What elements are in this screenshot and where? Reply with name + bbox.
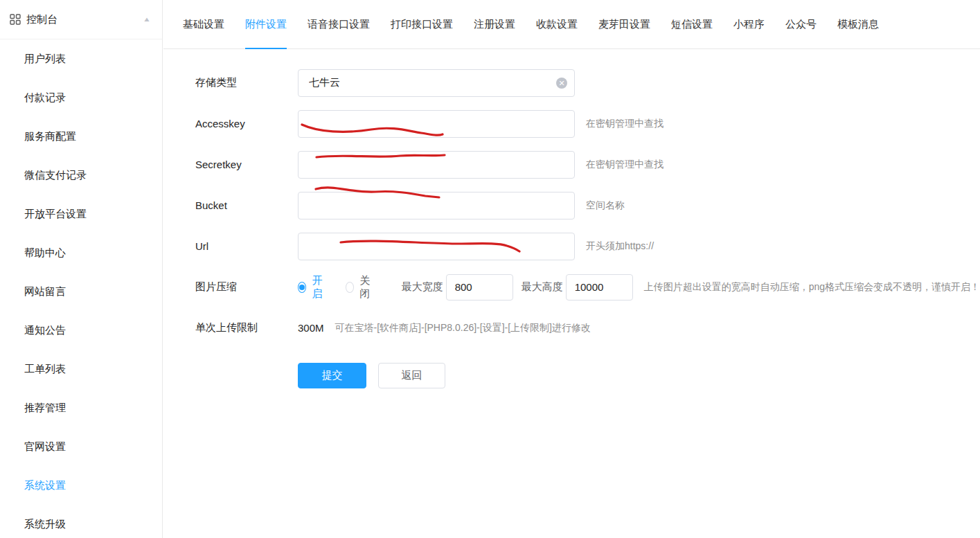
tab-official-account[interactable]: 公众号 (785, 0, 817, 49)
url-hint: 开头须加https:// (586, 240, 654, 253)
url-label: Url (195, 240, 298, 252)
accesskey-row: Accesskey 在密钥管理中查找 (163, 103, 980, 144)
sidebar-menu: 用户列表 付款记录 服务商配置 微信支付记录 开放平台设置 帮助中心 网站留言 … (0, 39, 162, 538)
radio-off-icon (346, 282, 354, 293)
tab-print-api-settings[interactable]: 打印接口设置 (391, 0, 453, 49)
tab-voice-api-settings[interactable]: 语音接口设置 (308, 0, 370, 49)
settings-tabs: 基础设置 附件设置 语音接口设置 打印接口设置 注册设置 收款设置 麦芽田设置 … (163, 0, 980, 49)
submit-button[interactable]: 提交 (298, 363, 366, 388)
tab-payment-settings[interactable]: 收款设置 (536, 0, 578, 49)
max-height-input[interactable] (566, 274, 633, 301)
sidebar-item-open-platform[interactable]: 开放平台设置 (0, 195, 162, 233)
url-input[interactable] (298, 233, 575, 260)
compress-off-radio[interactable]: 关闭 (346, 274, 375, 301)
secretkey-row: Secretkey 在密钥管理中查找 (163, 144, 980, 185)
accesskey-label: Accesskey (195, 118, 298, 129)
upload-limit-value: 300M (298, 322, 324, 334)
attachment-settings-form: 存储类型 ✕ Accesskey 在密钥管理中查找 Secretkey 在密钥管… (163, 49, 980, 396)
max-height-label: 最大高度 (522, 280, 563, 294)
back-button[interactable]: 返回 (378, 363, 445, 388)
storage-type-input[interactable] (298, 69, 575, 97)
radio-on-icon (298, 282, 306, 293)
compress-on-radio[interactable]: 开启 (298, 274, 328, 301)
compress-radio-group: 开启 关闭 (298, 274, 393, 301)
tab-mini-program[interactable]: 小程序 (733, 0, 765, 49)
image-compress-row: 图片压缩 开启 关闭 最大宽度 最大高度 上传图片超出设置的宽高时自动压缩，pn… (163, 267, 980, 307)
storage-type-row: 存储类型 ✕ (163, 62, 980, 103)
sidebar-item-official-site[interactable]: 官网设置 (0, 427, 162, 466)
sidebar-header[interactable]: 控制台 ▲ (0, 0, 162, 39)
sidebar-item-user-list[interactable]: 用户列表 (0, 39, 162, 78)
tab-register-settings[interactable]: 注册设置 (474, 0, 515, 49)
console-title: 控制台 (26, 13, 143, 26)
compress-hint: 上传图片超出设置的宽高时自动压缩，png格式压缩会变成不透明，谨慎开启！ (644, 281, 980, 294)
sidebar-item-help-center[interactable]: 帮助中心 (0, 233, 162, 272)
sidebar-item-system-upgrade[interactable]: 系统升级 (0, 505, 162, 538)
sidebar-item-referral[interactable]: 推荐管理 (0, 388, 162, 427)
upload-limit-hint: 可在宝塔-[软件商店]-[PHP8.0.26]-[设置]-[上传限制]进行修改 (335, 322, 591, 334)
main-content: 基础设置 附件设置 语音接口设置 打印接口设置 注册设置 收款设置 麦芽田设置 … (163, 0, 980, 538)
image-compress-label: 图片压缩 (195, 280, 298, 294)
storage-type-label: 存储类型 (195, 76, 298, 89)
sidebar-item-wechat-pay-records[interactable]: 微信支付记录 (0, 156, 162, 195)
bucket-input[interactable] (298, 192, 575, 219)
sidebar: 控制台 ▲ 用户列表 付款记录 服务商配置 微信支付记录 开放平台设置 帮助中心… (0, 0, 163, 538)
secretkey-input[interactable] (298, 151, 575, 179)
tab-basic-settings[interactable]: 基础设置 (183, 0, 224, 49)
sidebar-item-payment-records[interactable]: 付款记录 (0, 78, 162, 117)
url-row: Url 开头须加https:// (163, 226, 980, 267)
bucket-row: Bucket 空间名称 (163, 185, 980, 226)
secretkey-hint: 在密钥管理中查找 (586, 159, 663, 171)
sidebar-item-provider-config[interactable]: 服务商配置 (0, 117, 162, 156)
max-width-input[interactable] (446, 274, 513, 301)
tab-maiyatian-settings[interactable]: 麦芽田设置 (598, 0, 650, 49)
upload-limit-label: 单次上传限制 (195, 321, 298, 334)
dashboard-grid-icon (10, 14, 21, 25)
bucket-label: Bucket (195, 199, 298, 211)
upload-limit-row: 单次上传限制 300M 可在宝塔-[软件商店]-[PHP8.0.26]-[设置]… (163, 307, 980, 348)
secretkey-label: Secretkey (195, 159, 298, 170)
clear-icon[interactable]: ✕ (556, 78, 567, 89)
accesskey-hint: 在密钥管理中查找 (586, 118, 663, 130)
collapse-chevron-icon[interactable]: ▲ (143, 15, 151, 23)
accesskey-input[interactable] (298, 110, 575, 138)
tab-attachment-settings[interactable]: 附件设置 (245, 0, 287, 49)
sidebar-item-work-orders[interactable]: 工单列表 (0, 350, 162, 388)
sidebar-item-site-messages[interactable]: 网站留言 (0, 272, 162, 311)
sidebar-item-notices[interactable]: 通知公告 (0, 311, 162, 350)
tab-sms-settings[interactable]: 短信设置 (671, 0, 713, 49)
form-actions-row: 提交 返回 (163, 355, 980, 396)
max-width-label: 最大宽度 (402, 280, 443, 294)
sidebar-item-system-settings[interactable]: 系统设置 (0, 466, 162, 505)
bucket-hint: 空间名称 (586, 199, 625, 212)
tab-template-message[interactable]: 模板消息 (837, 0, 879, 49)
